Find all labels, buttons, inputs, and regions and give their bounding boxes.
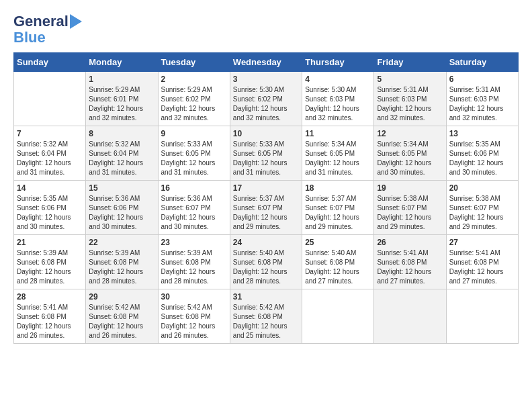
calendar-day-cell: 26Sunrise: 5:41 AM Sunset: 6:08 PM Dayli… (374, 235, 446, 289)
day-info: Sunrise: 5:41 AM Sunset: 6:08 PM Dayligh… (377, 248, 443, 286)
day-info: Sunrise: 5:37 AM Sunset: 6:07 PM Dayligh… (233, 194, 299, 232)
day-number: 18 (305, 183, 371, 193)
calendar-day-cell (374, 289, 446, 344)
logo: General Blue (13, 13, 82, 46)
day-info: Sunrise: 5:38 AM Sunset: 6:07 PM Dayligh… (377, 194, 443, 232)
calendar-day-cell: 31Sunrise: 5:42 AM Sunset: 6:08 PM Dayli… (230, 289, 302, 344)
day-number: 16 (161, 183, 227, 193)
calendar-body: 1Sunrise: 5:29 AM Sunset: 6:01 PM Daylig… (14, 72, 519, 344)
calendar-day-cell: 23Sunrise: 5:39 AM Sunset: 6:08 PM Dayli… (158, 235, 230, 289)
day-number: 6 (449, 75, 515, 84)
calendar-day-cell: 25Sunrise: 5:40 AM Sunset: 6:08 PM Dayli… (302, 235, 374, 289)
calendar-day-cell: 13Sunrise: 5:35 AM Sunset: 6:06 PM Dayli… (446, 126, 518, 181)
calendar-day-cell: 5Sunrise: 5:31 AM Sunset: 6:03 PM Daylig… (374, 72, 446, 126)
day-number: 20 (449, 183, 515, 193)
day-info: Sunrise: 5:30 AM Sunset: 6:02 PM Dayligh… (233, 85, 299, 123)
day-info: Sunrise: 5:42 AM Sunset: 6:08 PM Dayligh… (233, 303, 299, 340)
calendar-day-cell: 1Sunrise: 5:29 AM Sunset: 6:01 PM Daylig… (86, 72, 158, 126)
calendar-day-cell: 7Sunrise: 5:32 AM Sunset: 6:04 PM Daylig… (14, 126, 86, 181)
day-info: Sunrise: 5:40 AM Sunset: 6:08 PM Dayligh… (305, 248, 371, 286)
calendar-day-cell: 12Sunrise: 5:34 AM Sunset: 6:05 PM Dayli… (374, 126, 446, 181)
calendar-day-cell: 24Sunrise: 5:40 AM Sunset: 6:08 PM Dayli… (230, 235, 302, 289)
calendar-day-cell: 16Sunrise: 5:36 AM Sunset: 6:07 PM Dayli… (158, 181, 230, 235)
day-info: Sunrise: 5:35 AM Sunset: 6:06 PM Dayligh… (17, 194, 83, 232)
calendar-day-cell: 6Sunrise: 5:31 AM Sunset: 6:03 PM Daylig… (446, 72, 518, 126)
calendar-week-row: 21Sunrise: 5:39 AM Sunset: 6:08 PM Dayli… (14, 235, 519, 289)
day-info: Sunrise: 5:29 AM Sunset: 6:02 PM Dayligh… (161, 85, 227, 123)
day-number: 24 (233, 238, 299, 247)
day-number: 22 (89, 238, 154, 247)
day-info: Sunrise: 5:40 AM Sunset: 6:08 PM Dayligh… (233, 248, 299, 286)
calendar-day-cell: 28Sunrise: 5:41 AM Sunset: 6:08 PM Dayli… (14, 289, 86, 344)
calendar-day-cell: 14Sunrise: 5:35 AM Sunset: 6:06 PM Dayli… (14, 181, 86, 235)
weekday-header-cell: Thursday (302, 53, 374, 72)
day-number: 7 (17, 129, 83, 138)
svg-marker-0 (70, 14, 82, 29)
day-info: Sunrise: 5:32 AM Sunset: 6:04 PM Dayligh… (17, 140, 83, 177)
calendar-day-cell: 3Sunrise: 5:30 AM Sunset: 6:02 PM Daylig… (230, 72, 302, 126)
day-info: Sunrise: 5:35 AM Sunset: 6:06 PM Dayligh… (449, 140, 515, 177)
day-info: Sunrise: 5:31 AM Sunset: 6:03 PM Dayligh… (449, 85, 515, 123)
day-number: 11 (305, 129, 371, 138)
day-number: 1 (89, 75, 154, 84)
weekday-header-cell: Saturday (446, 53, 518, 72)
calendar-week-row: 1Sunrise: 5:29 AM Sunset: 6:01 PM Daylig… (14, 72, 519, 126)
day-info: Sunrise: 5:39 AM Sunset: 6:08 PM Dayligh… (17, 248, 83, 286)
day-info: Sunrise: 5:34 AM Sunset: 6:05 PM Dayligh… (377, 140, 443, 177)
day-number: 30 (161, 292, 227, 302)
day-info: Sunrise: 5:39 AM Sunset: 6:08 PM Dayligh… (89, 248, 154, 286)
day-number: 9 (161, 129, 227, 138)
day-info: Sunrise: 5:31 AM Sunset: 6:03 PM Dayligh… (377, 85, 443, 123)
calendar-week-row: 14Sunrise: 5:35 AM Sunset: 6:06 PM Dayli… (14, 181, 519, 235)
day-info: Sunrise: 5:42 AM Sunset: 6:08 PM Dayligh… (89, 303, 154, 340)
day-number: 29 (89, 292, 154, 302)
weekday-header-cell: Tuesday (158, 53, 230, 72)
logo-text-blue: Blue (13, 29, 46, 46)
calendar-day-cell: 10Sunrise: 5:33 AM Sunset: 6:05 PM Dayli… (230, 126, 302, 181)
day-info: Sunrise: 5:33 AM Sunset: 6:05 PM Dayligh… (233, 140, 299, 177)
calendar-day-cell: 27Sunrise: 5:41 AM Sunset: 6:08 PM Dayli… (446, 235, 518, 289)
day-info: Sunrise: 5:32 AM Sunset: 6:04 PM Dayligh… (89, 140, 154, 177)
calendar-day-cell: 22Sunrise: 5:39 AM Sunset: 6:08 PM Dayli… (86, 235, 158, 289)
calendar-day-cell: 17Sunrise: 5:37 AM Sunset: 6:07 PM Dayli… (230, 181, 302, 235)
calendar-day-cell: 29Sunrise: 5:42 AM Sunset: 6:08 PM Dayli… (86, 289, 158, 344)
day-info: Sunrise: 5:39 AM Sunset: 6:08 PM Dayligh… (161, 248, 227, 286)
day-info: Sunrise: 5:41 AM Sunset: 6:08 PM Dayligh… (449, 248, 515, 286)
day-number: 31 (233, 292, 299, 302)
day-number: 10 (233, 129, 299, 138)
day-number: 14 (17, 183, 83, 193)
calendar-day-cell: 18Sunrise: 5:37 AM Sunset: 6:07 PM Dayli… (302, 181, 374, 235)
calendar-week-row: 7Sunrise: 5:32 AM Sunset: 6:04 PM Daylig… (14, 126, 519, 181)
day-info: Sunrise: 5:36 AM Sunset: 6:06 PM Dayligh… (89, 194, 154, 232)
day-number: 2 (161, 75, 227, 84)
day-number: 15 (89, 183, 154, 193)
calendar-day-cell (14, 72, 86, 126)
day-info: Sunrise: 5:41 AM Sunset: 6:08 PM Dayligh… (17, 303, 83, 340)
day-number: 28 (17, 292, 83, 302)
day-number: 3 (233, 75, 299, 84)
calendar-day-cell: 19Sunrise: 5:38 AM Sunset: 6:07 PM Dayli… (374, 181, 446, 235)
calendar-day-cell: 20Sunrise: 5:38 AM Sunset: 6:07 PM Dayli… (446, 181, 518, 235)
calendar-day-cell: 30Sunrise: 5:42 AM Sunset: 6:08 PM Dayli… (158, 289, 230, 344)
logo-icon (70, 14, 82, 29)
calendar-table: SundayMondayTuesdayWednesdayThursdayFrid… (13, 52, 519, 344)
calendar-day-cell: 11Sunrise: 5:34 AM Sunset: 6:05 PM Dayli… (302, 126, 374, 181)
day-number: 27 (449, 238, 515, 247)
day-number: 21 (17, 238, 83, 247)
day-info: Sunrise: 5:36 AM Sunset: 6:07 PM Dayligh… (161, 194, 227, 232)
day-number: 4 (305, 75, 371, 84)
weekday-header-cell: Friday (374, 53, 446, 72)
weekday-header-cell: Sunday (14, 53, 86, 72)
calendar-week-row: 28Sunrise: 5:41 AM Sunset: 6:08 PM Dayli… (14, 289, 519, 344)
day-info: Sunrise: 5:29 AM Sunset: 6:01 PM Dayligh… (89, 85, 154, 123)
day-number: 8 (89, 129, 154, 138)
weekday-header-row: SundayMondayTuesdayWednesdayThursdayFrid… (14, 53, 519, 72)
day-number: 17 (233, 183, 299, 193)
day-info: Sunrise: 5:34 AM Sunset: 6:05 PM Dayligh… (305, 140, 371, 177)
day-info: Sunrise: 5:42 AM Sunset: 6:08 PM Dayligh… (161, 303, 227, 340)
calendar-day-cell: 15Sunrise: 5:36 AM Sunset: 6:06 PM Dayli… (86, 181, 158, 235)
day-number: 13 (449, 129, 515, 138)
page-header: General Blue (13, 13, 519, 46)
calendar-day-cell (446, 289, 518, 344)
day-info: Sunrise: 5:30 AM Sunset: 6:03 PM Dayligh… (305, 85, 371, 123)
